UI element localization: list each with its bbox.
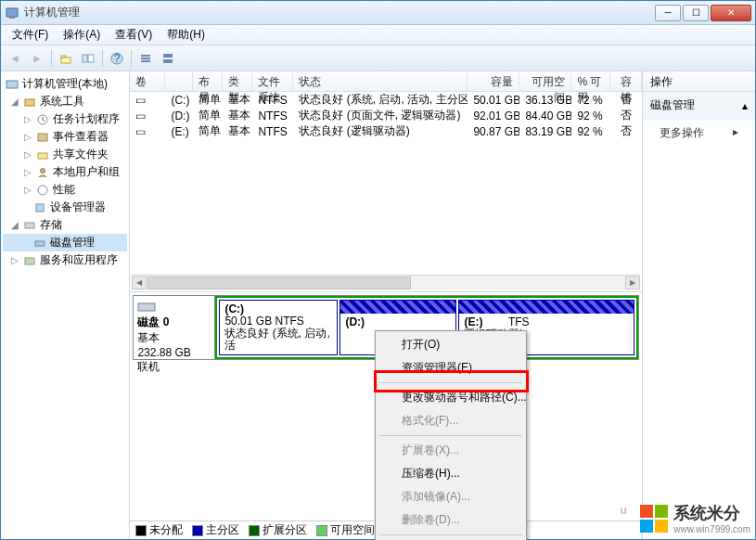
menu-file[interactable]: 文件(F) bbox=[5, 25, 56, 45]
col-status[interactable]: 状态 bbox=[293, 71, 468, 91]
actions-more[interactable]: 更多操作▸ bbox=[643, 120, 755, 147]
view-list-button[interactable] bbox=[135, 48, 156, 69]
tree-label: 系统工具 bbox=[40, 94, 84, 109]
tree-services-apps[interactable]: ▷服务和应用程序 bbox=[3, 251, 127, 269]
show-hide-console-button[interactable] bbox=[78, 48, 98, 69]
tree-shared-folders[interactable]: ▷共享文件夹 bbox=[3, 146, 127, 163]
col-percent[interactable]: % 可用 bbox=[571, 71, 610, 91]
close-button[interactable]: ✕ bbox=[711, 5, 751, 21]
svg-point-19 bbox=[38, 186, 47, 195]
disk-size: 232.88 GB bbox=[137, 346, 211, 359]
disk-kind: 基本 bbox=[137, 330, 211, 346]
svg-rect-13 bbox=[6, 81, 18, 88]
partition-c[interactable]: (C:)50.01 GB NTFS状态良好 (系统, 启动, 活 bbox=[219, 300, 338, 355]
col-filesystem[interactable]: 文件系统 bbox=[252, 71, 293, 91]
table-row[interactable]: ▭(D:)简单基本NTFS状态良好 (页面文件, 逻辑驱动器)92.01 GB8… bbox=[130, 108, 642, 123]
volume-table: ▭(C:)简单基本NTFS状态良好 (系统, 启动, 活动, 主分区)50.01… bbox=[130, 92, 642, 273]
forward-button: ► bbox=[27, 48, 47, 69]
table-row[interactable]: ▭(E:)简单基本NTFS状态良好 (逻辑驱动器)90.87 GB83.19 G… bbox=[130, 123, 642, 139]
view-detail-button[interactable] bbox=[158, 48, 178, 69]
back-button: ◄ bbox=[5, 48, 25, 69]
svg-text:?: ? bbox=[114, 52, 121, 65]
svg-rect-11 bbox=[163, 54, 173, 58]
brand-logo-icon bbox=[640, 505, 668, 533]
tutorial-highlight bbox=[374, 370, 529, 392]
tree-performance[interactable]: ▷性能 bbox=[3, 181, 127, 199]
svg-rect-3 bbox=[61, 56, 66, 58]
actions-panel: 操作 磁盘管理▴ 更多操作▸ bbox=[642, 71, 755, 539]
tree-label: 任务计划程序 bbox=[53, 111, 120, 127]
tree-label: 事件查看器 bbox=[53, 129, 109, 145]
menu-delete: 删除卷(D)... bbox=[378, 508, 524, 532]
legend-primary: 主分区 bbox=[206, 523, 239, 536]
window-title: 计算机管理 bbox=[24, 5, 655, 20]
actions-section[interactable]: 磁盘管理▴ bbox=[643, 92, 755, 120]
tree-label: 设备管理器 bbox=[50, 199, 106, 215]
minimize-button[interactable]: ─ bbox=[655, 5, 681, 21]
site-brand: 系统米分www.win7999.com bbox=[640, 502, 750, 534]
actions-header: 操作 bbox=[643, 71, 755, 92]
svg-rect-21 bbox=[25, 223, 34, 228]
menu-add-mirror: 添加镜像(A)... bbox=[378, 485, 524, 508]
tree-local-users[interactable]: ▷本地用户和组 bbox=[3, 163, 127, 181]
svg-rect-8 bbox=[141, 55, 150, 57]
app-icon bbox=[5, 6, 19, 20]
svg-rect-14 bbox=[25, 99, 34, 106]
legend-extended: 扩展分区 bbox=[263, 523, 307, 536]
col-layout[interactable]: 布局 bbox=[193, 71, 223, 91]
svg-rect-2 bbox=[61, 58, 70, 63]
tree-system-tools[interactable]: ◢系统工具 bbox=[3, 93, 127, 110]
svg-rect-9 bbox=[141, 58, 150, 59]
horizontal-scrollbar[interactable]: ◀ ▶ bbox=[132, 275, 640, 289]
table-header: 卷 布局 类型 文件系统 状态 容量 可用空间 % 可用 容错 bbox=[130, 71, 642, 92]
svg-rect-1 bbox=[9, 17, 15, 19]
svg-rect-20 bbox=[36, 204, 44, 212]
brand-url: www.win7999.com bbox=[673, 524, 750, 534]
tree-root[interactable]: 计算机管理(本地) bbox=[3, 75, 127, 93]
tree-disk-management[interactable]: 磁盘管理 bbox=[3, 234, 127, 251]
tree-task-scheduler[interactable]: ▷任务计划程序 bbox=[3, 110, 127, 128]
disk-state: 联机 bbox=[137, 359, 211, 375]
help-button[interactable]: ? bbox=[107, 48, 127, 69]
svg-rect-16 bbox=[38, 134, 47, 141]
scroll-left-button[interactable]: ◀ bbox=[132, 276, 147, 289]
menubar: 文件(F) 操作(A) 查看(V) 帮助(H) bbox=[1, 25, 755, 45]
nav-tree: 计算机管理(本地) ◢系统工具 ▷任务计划程序 ▷事件查看器 ▷共享文件夹 ▷本… bbox=[1, 71, 130, 539]
col-fault[interactable]: 容错 bbox=[610, 71, 642, 91]
menu-view[interactable]: 查看(V) bbox=[108, 25, 160, 45]
toolbar: ◄ ► ? bbox=[1, 45, 755, 71]
tree-label: 存储 bbox=[40, 217, 62, 233]
svg-rect-17 bbox=[38, 153, 47, 159]
maximize-button[interactable]: ☐ bbox=[683, 5, 709, 21]
collapse-icon: ▴ bbox=[742, 99, 748, 112]
legend-free: 可用空间 bbox=[330, 523, 375, 536]
svg-rect-10 bbox=[141, 60, 150, 62]
tree-storage[interactable]: ◢存储 bbox=[3, 216, 127, 234]
tree-label: 性能 bbox=[53, 182, 75, 198]
col-free[interactable]: 可用空间 bbox=[519, 71, 571, 91]
tree-label: 服务和应用程序 bbox=[40, 252, 118, 268]
menu-format: 格式化(F)... bbox=[378, 409, 524, 432]
col-volume[interactable]: 卷 bbox=[130, 71, 165, 91]
scroll-right-button[interactable]: ▶ bbox=[625, 276, 640, 289]
menu-shrink[interactable]: 压缩卷(H)... bbox=[378, 462, 524, 485]
tree-label: 共享文件夹 bbox=[53, 147, 109, 162]
up-button[interactable] bbox=[56, 48, 76, 69]
tree-label: 磁盘管理 bbox=[50, 235, 95, 251]
col-type[interactable]: 类型 bbox=[223, 71, 252, 91]
tree-label: 计算机管理(本地) bbox=[22, 76, 108, 92]
tree-device-manager[interactable]: 设备管理器 bbox=[3, 199, 127, 216]
scrollbar-thumb[interactable] bbox=[147, 276, 411, 289]
col-capacity[interactable]: 容量 bbox=[468, 71, 519, 91]
svg-rect-0 bbox=[6, 8, 18, 17]
tree-event-viewer[interactable]: ▷事件查看器 bbox=[3, 128, 127, 146]
disk-info-panel[interactable]: 磁盘 0 基本 232.88 GB 联机 bbox=[134, 296, 215, 359]
menu-extend: 扩展卷(X)... bbox=[378, 439, 524, 462]
svg-point-18 bbox=[41, 168, 45, 173]
disk-name: 磁盘 0 bbox=[137, 315, 211, 330]
menu-open[interactable]: 打开(O) bbox=[378, 333, 524, 356]
menu-help[interactable]: 帮助(H) bbox=[160, 25, 212, 45]
menu-action[interactable]: 操作(A) bbox=[56, 25, 108, 45]
table-row[interactable]: ▭(C:)简单基本NTFS状态良好 (系统, 启动, 活动, 主分区)50.01… bbox=[130, 92, 642, 108]
brand-name: 系统米分 bbox=[673, 502, 740, 524]
